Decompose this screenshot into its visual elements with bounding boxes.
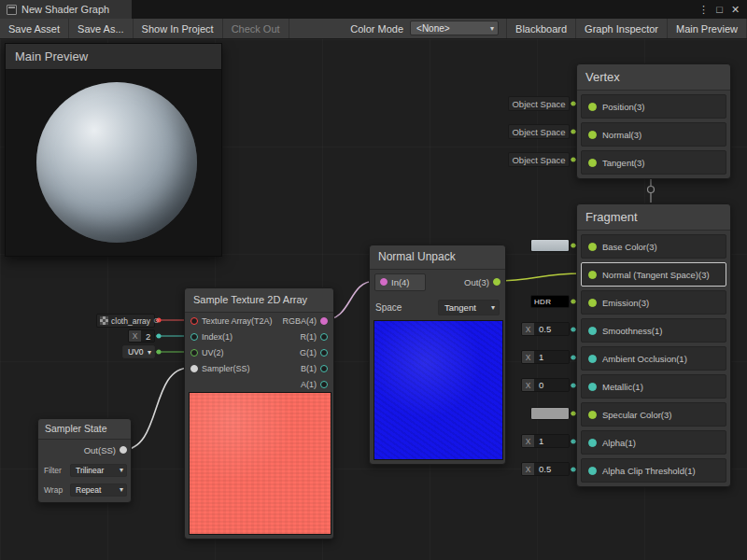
vertex-node[interactable]: Vertex Position(3) Normal(3) Tangent(3) — [576, 63, 731, 179]
base-color-swatch[interactable] — [530, 239, 570, 252]
fragment-row-emission: Emission(3) — [581, 290, 726, 315]
axis-label: X — [522, 379, 534, 391]
object-space-dropdown[interactable]: Object Space — [508, 96, 570, 111]
filter-dropdown[interactable]: Trilinear ▾ — [70, 464, 127, 477]
fragment-row-ambient-occlusion: Ambient Occlusion(1) — [581, 346, 726, 371]
filter-row: Filter Trilinear ▾ — [38, 460, 131, 480]
port-b[interactable] — [320, 365, 328, 372]
chevron-down-icon: ▾ — [487, 24, 494, 33]
input-row-in: In(4) — [374, 273, 426, 291]
save-as-button[interactable]: Save As... — [69, 19, 134, 38]
object-space-dropdown[interactable]: Object Space — [508, 152, 570, 167]
blackboard-button[interactable]: Blackboard — [506, 19, 576, 38]
fragment-row-specular-color: Specular Color(3) — [581, 402, 726, 427]
axis-label: X — [522, 351, 534, 363]
port-base-color[interactable] — [588, 243, 597, 251]
texture-array-object-field[interactable]: cloth_array ⊙ — [96, 314, 155, 328]
alpha-clip-field[interactable]: X 0.5 — [521, 462, 570, 476]
texture-preview — [189, 392, 331, 535]
field-value: 0.5 — [534, 463, 569, 475]
output-row-r: R(1) — [282, 329, 331, 344]
emission-hdr-swatch[interactable]: HDR — [530, 295, 570, 308]
smoothness-field[interactable]: X 0.5 — [521, 322, 570, 336]
input-row-index: Index(1) — [188, 329, 273, 344]
port-out-ss[interactable] — [120, 446, 127, 454]
port-alpha-clip-threshold[interactable] — [588, 467, 597, 475]
vertex-row-normal: Normal(3) — [581, 122, 726, 147]
document-tab[interactable]: New Shader Graph — [0, 0, 132, 19]
port-specular-color[interactable] — [588, 411, 597, 419]
port-metallic[interactable] — [588, 383, 597, 391]
port-r[interactable] — [320, 333, 328, 341]
port-out[interactable] — [493, 278, 500, 286]
graph-inspector-button[interactable]: Graph Inspector — [576, 19, 668, 38]
object-space-dropdown[interactable]: Object Space — [508, 124, 570, 139]
output-label: B(1) — [301, 364, 317, 373]
main-preview-header[interactable]: Main Preview — [6, 44, 221, 70]
filter-value: Trilinear — [76, 466, 104, 475]
port-ambient-occlusion[interactable] — [588, 355, 597, 363]
tab-title: New Shader Graph — [21, 4, 109, 15]
port-emission[interactable] — [588, 299, 597, 307]
main-preview-title: Main Preview — [15, 49, 88, 63]
port-alpha[interactable] — [588, 439, 597, 447]
normal-unpack-node[interactable]: Normal Unpack In(4) Out(3) Space Tangent… — [369, 245, 506, 465]
output-row-out: Out(3) — [464, 277, 500, 287]
port-a[interactable] — [320, 381, 328, 388]
fragment-node[interactable]: Fragment Base Color(3) Normal (Tangent S… — [576, 203, 731, 487]
object-picker-icon[interactable]: ⊙ — [153, 317, 160, 325]
normal-preview — [374, 320, 503, 460]
port-smoothness[interactable] — [588, 327, 597, 335]
wrap-row: Wrap Repeat ▾ — [38, 480, 131, 499]
output-row-out-ss: Out(SS) — [38, 440, 131, 460]
normal-unpack-node-title: Normal Unpack — [370, 245, 505, 270]
port-index[interactable] — [190, 333, 198, 341]
field-value: 0 — [534, 379, 569, 391]
space-dropdown[interactable]: Tangent ▾ — [438, 300, 500, 315]
save-asset-button[interactable]: Save Asset — [0, 19, 69, 38]
alpha-field[interactable]: X 1 — [521, 434, 570, 448]
specular-color-swatch[interactable] — [530, 407, 570, 420]
port-normal[interactable] — [588, 131, 597, 139]
output-row-a: A(1) — [282, 376, 331, 392]
texture-name: cloth_array — [111, 316, 150, 326]
output-label: R(1) — [301, 332, 317, 342]
maximize-icon[interactable]: □ — [712, 0, 727, 19]
output-label: Out(SS) — [84, 445, 116, 455]
output-label: RGBA(4) — [282, 316, 317, 326]
sample-texture-2d-array-node[interactable]: Sample Texture 2D Array Texture Array(T2… — [184, 287, 334, 539]
fragment-row-metallic: Metallic(1) — [581, 374, 726, 399]
output-row-g: G(1) — [282, 344, 331, 360]
close-icon[interactable]: ✕ — [727, 0, 743, 19]
uv-channel-dropdown[interactable]: UV0 ▾ — [122, 345, 155, 358]
index-field[interactable]: X 2 — [128, 329, 155, 343]
toolbar: Save Asset Save As... Show In Project Ch… — [0, 19, 747, 39]
kebab-menu-icon[interactable]: ⋮ — [696, 0, 712, 19]
port-normal-tangent-space[interactable] — [588, 271, 597, 279]
port-rgba[interactable] — [320, 317, 328, 325]
space-label: Space — [375, 302, 402, 313]
port-in[interactable] — [380, 278, 388, 286]
sampler-state-node[interactable]: Sampler State Out(SS) Filter Trilinear ▾… — [37, 418, 132, 503]
port-sampler[interactable] — [190, 365, 198, 372]
input-row-sampler: Sampler(SS) — [188, 360, 273, 376]
main-preview-panel[interactable]: Main Preview — [5, 43, 222, 257]
show-in-project-button[interactable]: Show In Project — [134, 19, 223, 38]
ambient-occlusion-field[interactable]: X 1 — [521, 350, 570, 364]
port-tangent[interactable] — [588, 159, 597, 167]
port-position[interactable] — [588, 103, 597, 111]
metallic-field[interactable]: X 0 — [521, 378, 570, 392]
input-label: Texture Array(T2A) — [202, 316, 273, 326]
main-preview-body — [6, 70, 221, 256]
main-preview-button[interactable]: Main Preview — [668, 19, 747, 38]
port-uv[interactable] — [190, 349, 198, 357]
port-g[interactable] — [320, 349, 328, 357]
vertex-row-tangent: Tangent(3) — [581, 150, 726, 175]
toolbar-spacer — [289, 19, 345, 38]
chevron-down-icon: ▾ — [145, 348, 151, 357]
color-mode-dropdown[interactable]: <None> ▾ — [410, 21, 499, 35]
color-mode-value: <None> — [416, 23, 450, 34]
port-texture-array[interactable] — [190, 317, 198, 325]
wrap-dropdown[interactable]: Repeat ▾ — [70, 483, 127, 497]
wrap-value: Repeat — [76, 485, 101, 495]
